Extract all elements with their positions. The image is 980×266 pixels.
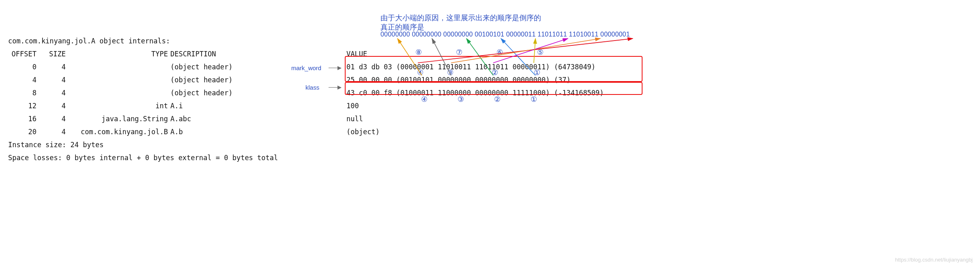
value-row-0: 01 d3 db 03 (00000001 11010011 11011011 … [345,60,595,73]
jol-output: com.com.kinyang.jol.A object internals: … [8,34,604,164]
value-row-3: 100 [345,99,359,112]
table-row: 20 4 com.com.kinyang.jol.B A.b (object) [8,125,604,138]
hdr-desc: DESCRIPTION [170,47,345,60]
title: com.com.kinyang.jol.A object internals: [8,34,170,47]
value-row-4: null [345,112,363,125]
watermark: https://blog.csdn.net/liujianyangbj [895,257,973,263]
seq-top-5: ⑤ [537,48,544,57]
seq-bot-4: ④ [421,95,428,104]
arrow-icon [329,87,341,88]
label-mark-word: mark_word [291,64,321,71]
hdr-type: TYPE [71,47,170,60]
label-klass: klass [305,84,319,91]
footer-space-losses: Space losses: 0 bytes internal + 0 bytes… [8,151,278,164]
footer-instance-size: Instance size: 24 bytes [8,138,103,151]
value-row-2: 43 c0 00 f8 (01000011 11000000 00000000 … [345,86,604,99]
table-row: 16 4 java.lang.String A.abc null [8,112,604,125]
arrow-icon [329,68,341,68]
value-row-5: (object) [345,125,380,138]
seq-bot-3: ③ [458,95,464,104]
seq-top-8: ⑧ [415,48,422,57]
table-row: 12 4 int A.i 100 [8,99,604,112]
seq-top-6: ⑥ [496,48,503,57]
seq-mid-1: ① [534,68,540,77]
seq-bot-2: ② [494,95,501,104]
seq-mid-3: ③ [447,68,453,77]
seq-top-7: ⑦ [456,48,462,57]
true-order-bits: 00000000 00000000 00000000 00100101 0000… [380,31,630,38]
header-row: OFFSET SIZE TYPE DESCRIPTION VALUE [8,47,604,60]
hdr-size: SIZE [41,47,71,60]
hdr-value: VALUE [345,47,367,60]
note-endianness-1: 由于大小端的原因，这里展示出来的顺序是倒序的 [380,13,541,23]
hdr-offset: OFFSET [8,47,41,60]
seq-bot-1: ① [531,95,537,104]
seq-mid-4: ④ [417,68,423,77]
seq-mid-2: ② [492,68,498,77]
